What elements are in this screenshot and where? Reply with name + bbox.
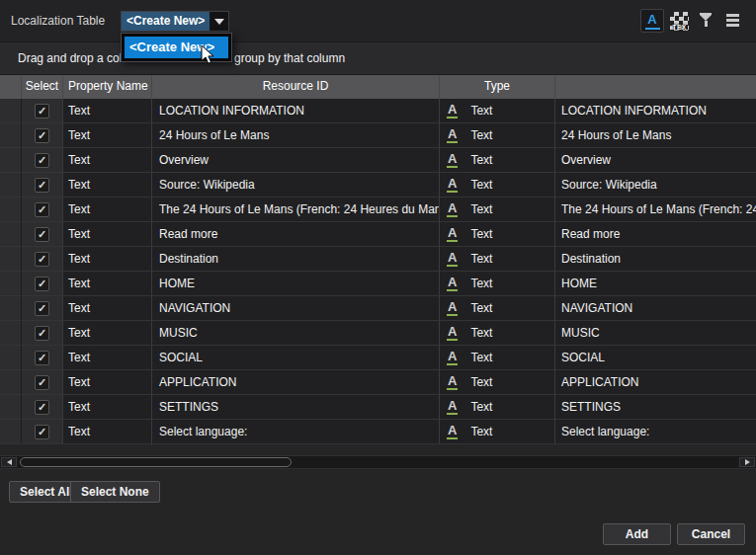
type-label: Text bbox=[470, 420, 492, 443]
row-checkbox[interactable]: ✓ bbox=[35, 128, 49, 143]
column-header-select[interactable]: Select bbox=[22, 75, 63, 99]
table-row: ✓ Text HOME A Text HOME bbox=[0, 272, 756, 296]
row-header-cell[interactable] bbox=[0, 198, 22, 222]
row-checkbox[interactable]: ✓ bbox=[35, 277, 49, 291]
type-label: Text bbox=[470, 148, 492, 172]
dialog-title: Localization Table bbox=[11, 0, 105, 41]
select-cell: ✓ bbox=[22, 198, 63, 222]
type-label: Text bbox=[470, 272, 492, 295]
filter-button[interactable] bbox=[699, 13, 713, 27]
select-none-button[interactable]: Select None bbox=[70, 481, 160, 503]
texture-mode-button[interactable]: TEX bbox=[670, 12, 689, 31]
table-row: ✓ Text APPLICATION A Text APPLICATION bbox=[0, 370, 756, 395]
row-header-cell[interactable] bbox=[0, 370, 22, 395]
mouse-cursor bbox=[201, 44, 215, 66]
arrow-left-icon bbox=[7, 459, 12, 465]
resource-id-cell: The 24 Hours of Le Mans (French: 24 Heur… bbox=[152, 198, 440, 222]
column-header-value[interactable] bbox=[555, 75, 756, 99]
scrollbar-thumb[interactable] bbox=[20, 457, 292, 467]
text-type-icon: A bbox=[447, 276, 458, 291]
type-label: Text bbox=[470, 222, 492, 246]
resource-id-cell: SOCIAL bbox=[152, 346, 440, 370]
text-type-icon: A bbox=[447, 325, 458, 341]
grid-header-row: Select Property Name Resource ID Type bbox=[0, 75, 756, 99]
row-checkbox[interactable]: ✓ bbox=[35, 153, 49, 168]
groupby-drop-area[interactable]: Drag and drop a col group by that column bbox=[0, 41, 756, 75]
row-checkbox[interactable]: ✓ bbox=[35, 252, 49, 267]
resource-id-cell: Overview bbox=[152, 148, 440, 173]
row-header-cell[interactable] bbox=[0, 272, 22, 296]
row-header-cell[interactable] bbox=[0, 395, 22, 420]
resource-id-cell: NAVIGATION bbox=[152, 296, 440, 321]
type-label: Text bbox=[470, 370, 492, 394]
row-header-cell[interactable] bbox=[0, 173, 22, 198]
property-name-cell: Text bbox=[63, 420, 152, 444]
column-header-property-name[interactable]: Property Name bbox=[63, 75, 152, 99]
row-header-cell[interactable] bbox=[0, 222, 22, 247]
select-cell: ✓ bbox=[22, 123, 63, 148]
table-selector-combobox[interactable]: <Create New> bbox=[121, 11, 229, 32]
row-checkbox[interactable]: ✓ bbox=[35, 104, 49, 119]
text-type-icon: A bbox=[447, 201, 458, 217]
resource-id-cell: LOCATION INFORMATION bbox=[152, 99, 440, 123]
combobox-dropdown-popup: <Create New> bbox=[121, 33, 232, 62]
row-checkbox[interactable]: ✓ bbox=[35, 326, 49, 341]
row-header-cell[interactable] bbox=[0, 123, 22, 148]
row-checkbox[interactable]: ✓ bbox=[35, 301, 49, 316]
type-cell: A Text bbox=[440, 420, 555, 444]
select-cell: ✓ bbox=[22, 346, 63, 370]
text-type-icon: A bbox=[447, 103, 458, 119]
table-row: ✓ Text SETTINGS A Text SETTINGS bbox=[0, 395, 756, 420]
table-row: ✓ Text SOCIAL A Text SOCIAL bbox=[0, 346, 756, 370]
font-mode-button[interactable]: A bbox=[640, 9, 664, 33]
resource-id-cell: HOME bbox=[152, 272, 440, 296]
scroll-right-button[interactable] bbox=[739, 457, 755, 467]
text-type-icon: A bbox=[447, 424, 458, 439]
value-cell: LOCATION INFORMATION bbox=[555, 99, 756, 123]
type-cell: A Text bbox=[440, 272, 555, 296]
row-checkbox[interactable]: ✓ bbox=[35, 227, 49, 242]
property-name-cell: Text bbox=[63, 173, 152, 198]
scroll-left-button[interactable] bbox=[1, 457, 17, 467]
font-a-icon: A bbox=[647, 13, 656, 26]
table-row: ✓ Text NAVIGATION A Text NAVIGATION bbox=[0, 296, 756, 321]
check-icon: ✓ bbox=[38, 106, 46, 117]
menu-button[interactable] bbox=[725, 13, 739, 28]
localization-grid: Select Property Name Resource ID Type ✓ … bbox=[0, 75, 756, 444]
check-icon: ✓ bbox=[38, 402, 46, 413]
localization-table-dialog: Localization Table <Create New> A TEX bbox=[0, 0, 756, 555]
row-header-cell[interactable] bbox=[0, 99, 22, 123]
horizontal-scrollbar[interactable] bbox=[0, 455, 756, 469]
row-header-cell[interactable] bbox=[0, 247, 22, 272]
column-header-resource-id[interactable]: Resource ID bbox=[152, 75, 440, 99]
row-checkbox[interactable]: ✓ bbox=[35, 375, 49, 390]
hamburger-menu-icon bbox=[726, 14, 739, 17]
row-header-cell[interactable] bbox=[0, 346, 22, 370]
add-button[interactable]: Add bbox=[603, 523, 671, 545]
value-cell: Select language: bbox=[555, 420, 756, 444]
table-row: ✓ Text MUSIC A Text MUSIC bbox=[0, 321, 756, 346]
type-label: Text bbox=[470, 99, 492, 122]
column-header-type[interactable]: Type bbox=[440, 75, 555, 99]
row-header-cell[interactable] bbox=[0, 148, 22, 173]
row-checkbox[interactable]: ✓ bbox=[35, 400, 49, 415]
property-name-cell: Text bbox=[63, 296, 152, 321]
text-type-icon: A bbox=[447, 300, 458, 316]
type-label: Text bbox=[470, 296, 492, 320]
resource-id-cell: Read more bbox=[152, 222, 440, 247]
text-type-icon: A bbox=[447, 127, 458, 143]
cancel-button[interactable]: Cancel bbox=[677, 523, 745, 545]
arrow-right-icon bbox=[745, 459, 750, 465]
row-header-cell[interactable] bbox=[0, 296, 22, 321]
resource-id-cell: MUSIC bbox=[152, 321, 440, 346]
row-checkbox[interactable]: ✓ bbox=[35, 178, 49, 193]
value-cell: SETTINGS bbox=[555, 395, 756, 420]
font-a-underline bbox=[645, 28, 660, 30]
row-checkbox[interactable]: ✓ bbox=[35, 351, 49, 365]
row-header-cell[interactable] bbox=[0, 420, 22, 444]
row-checkbox[interactable]: ✓ bbox=[35, 425, 49, 439]
combobox-dropdown-button[interactable] bbox=[210, 12, 228, 31]
row-checkbox[interactable]: ✓ bbox=[35, 202, 49, 217]
row-header-cell[interactable] bbox=[0, 321, 22, 346]
check-icon: ✓ bbox=[38, 155, 46, 166]
